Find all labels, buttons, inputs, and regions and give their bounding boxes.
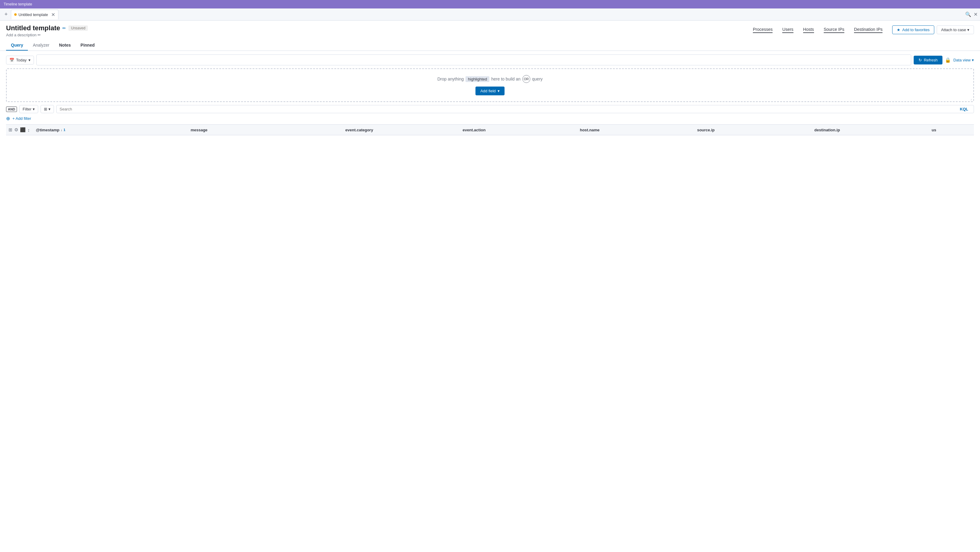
tab-close-button[interactable]: ✕ xyxy=(51,12,55,17)
refresh-button[interactable]: ↻ Refresh xyxy=(914,56,942,65)
data-view-chevron-icon: ▾ xyxy=(972,58,974,62)
table-control-settings-icon[interactable]: ⚙ xyxy=(14,127,18,133)
date-chevron-icon: ▾ xyxy=(29,58,30,62)
title-edit-icon[interactable]: ✏ xyxy=(62,26,66,30)
table-control-columns-icon[interactable]: ⬛ xyxy=(20,127,26,133)
toolbar-row: 📅 Today ▾ ↻ Refresh 🔒 Data view ▾ xyxy=(6,54,974,65)
tab-bar: + Untitled template ✕ 🔍 ✕ xyxy=(0,8,980,21)
attach-chevron-icon: ▾ xyxy=(967,27,969,32)
date-picker-value: Today xyxy=(16,58,27,62)
tab-close-icon[interactable]: ✕ xyxy=(974,11,978,17)
filter-bar: AND Filter ▾ ⊞ ▾ KQL xyxy=(6,105,974,113)
data-view-button[interactable]: Data view ▾ xyxy=(953,58,974,62)
tab-pinned[interactable]: Pinned xyxy=(76,40,100,51)
add-filter-circle-icon: ⊕ xyxy=(6,116,10,121)
refresh-icon: ↻ xyxy=(918,58,922,62)
add-field-chevron-icon: ▾ xyxy=(498,89,500,93)
header-actions: ★ Add to favorites Attach to case ▾ xyxy=(892,25,974,34)
and-badge: AND xyxy=(6,106,17,112)
table-control-sort-icon[interactable]: ↕ xyxy=(27,127,30,133)
drop-zone-text: Drop anything highlighted here to build … xyxy=(437,75,543,83)
drop-zone: Drop anything highlighted here to build … xyxy=(6,68,974,102)
tab-actions: 🔍 ✕ xyxy=(965,11,978,17)
col-header-message[interactable]: message xyxy=(188,128,343,132)
nav-metric-hosts[interactable]: Hosts xyxy=(803,27,814,33)
grid-chevron-icon: ▾ xyxy=(48,107,51,111)
col-header-timestamp[interactable]: @timestamp ↓ 1 xyxy=(33,128,188,132)
or-badge: OR xyxy=(522,75,530,83)
tab-unsaved-dot xyxy=(14,13,17,16)
grid-icon-dropdown[interactable]: ⊞ ▾ xyxy=(41,105,54,113)
table-control-grid-icon[interactable]: ⊞ xyxy=(8,127,13,133)
add-to-favorites-button[interactable]: ★ Add to favorites xyxy=(892,25,934,34)
header: Untitled template ✏ Unsaved Add a descri… xyxy=(0,21,980,51)
search-input[interactable] xyxy=(60,107,958,111)
add-tab-button[interactable]: + xyxy=(2,11,10,18)
nav-metric-destination-ips[interactable]: Destination IPs xyxy=(854,27,883,33)
highlighted-chip: highlighted xyxy=(466,76,489,82)
header-top: Untitled template ✏ Unsaved Add a descri… xyxy=(6,24,974,37)
tab-notes[interactable]: Notes xyxy=(54,40,76,51)
unsaved-badge: Unsaved xyxy=(68,25,88,31)
nav-metrics-and-actions: Processes Users Hosts Source IPs Destina… xyxy=(753,25,974,34)
top-bar-title: Timeline template xyxy=(4,2,32,6)
page-title: Untitled template xyxy=(6,24,60,32)
tab-query[interactable]: Query xyxy=(6,40,28,51)
tab-search-button[interactable]: 🔍 xyxy=(965,11,971,17)
main-content: 📅 Today ▾ ↻ Refresh 🔒 Data view ▾ Drop a… xyxy=(0,51,980,139)
col-header-host-name[interactable]: host.name xyxy=(578,128,695,132)
description-edit-icon: ✏ xyxy=(38,33,41,37)
col-header-us[interactable]: us xyxy=(929,128,972,132)
nav-metric-processes[interactable]: Processes xyxy=(753,27,773,33)
header-left: Untitled template ✏ Unsaved Add a descri… xyxy=(6,24,88,37)
top-bar: Timeline template xyxy=(0,0,980,8)
col-header-destination-ip[interactable]: destination.ip xyxy=(812,128,929,132)
search-input-wrap[interactable]: KQL xyxy=(56,105,974,113)
resize-handle[interactable]: ⌟ xyxy=(970,97,972,101)
timestamp-sort-icon: ↓ xyxy=(60,128,62,132)
kql-button[interactable]: KQL xyxy=(958,107,970,111)
timestamp-sort-num: 1 xyxy=(64,128,65,132)
col-header-source-ip[interactable]: source.ip xyxy=(695,128,812,132)
title-row: Untitled template ✏ Unsaved xyxy=(6,24,88,32)
add-filter-link[interactable]: + Add filter xyxy=(13,116,31,121)
tab-analyzer[interactable]: Analyzer xyxy=(28,40,54,51)
table-controls: ⊞ ⚙ ⬛ ↕ xyxy=(8,127,30,133)
table-header: ⊞ ⚙ ⬛ ↕ @timestamp ↓ 1 message event.cat… xyxy=(6,124,974,135)
add-description-link[interactable]: Add a description ✏ xyxy=(6,33,88,37)
search-fill-spacer xyxy=(37,54,912,65)
calendar-icon: 📅 xyxy=(10,58,14,62)
sub-tabs: Query Analyzer Notes Pinned xyxy=(6,40,974,51)
tab-label: Untitled template xyxy=(19,13,48,17)
nav-metric-source-ips[interactable]: Source IPs xyxy=(824,27,844,33)
lock-icon[interactable]: 🔒 xyxy=(945,57,951,63)
date-picker[interactable]: 📅 Today ▾ xyxy=(6,56,34,65)
add-field-button[interactable]: Add field ▾ xyxy=(476,87,504,95)
grid-icon: ⊞ xyxy=(44,107,47,111)
nav-metric-users[interactable]: Users xyxy=(782,27,794,33)
col-header-event-action[interactable]: event.action xyxy=(460,128,578,132)
active-tab[interactable]: Untitled template ✕ xyxy=(11,10,59,19)
filter-dropdown[interactable]: Filter ▾ xyxy=(19,105,38,113)
add-filter-row: ⊕ + Add filter xyxy=(6,116,974,121)
filter-chevron-icon: ▾ xyxy=(33,107,35,111)
attach-to-case-button[interactable]: Attach to case ▾ xyxy=(937,25,974,34)
nav-metrics: Processes Users Hosts Source IPs Destina… xyxy=(753,27,883,33)
col-header-event-category[interactable]: event.category xyxy=(343,128,460,132)
star-icon: ★ xyxy=(897,27,900,32)
